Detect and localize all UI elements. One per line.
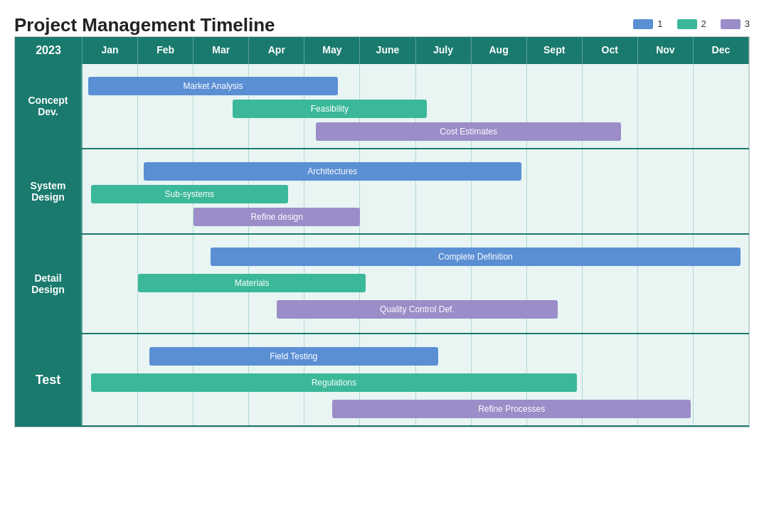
grid-cell: [694, 334, 749, 425]
row-label: Test: [15, 334, 83, 425]
grid-cell: [193, 149, 249, 233]
month-header: Dec: [694, 37, 749, 64]
grid-cell: [472, 64, 527, 148]
grid-cell: [249, 334, 304, 425]
grid-cell: [83, 64, 138, 148]
month-header: Feb: [138, 37, 193, 64]
grid-cell: [360, 149, 415, 233]
grid-cell: [416, 64, 472, 148]
grid-cell: [638, 64, 694, 148]
month-header: Mar: [193, 37, 249, 64]
page-title: Project Management Timeline: [14, 14, 275, 36]
legend-color: [721, 19, 741, 29]
grid-cell: [360, 334, 415, 425]
gantt-body: Concept Dev.Market AnalysisFeasibilityCo…: [15, 64, 749, 427]
grid-cell: [138, 149, 193, 233]
grid-cell: [138, 235, 193, 333]
grid-cell: [527, 334, 583, 425]
gantt-row: TestField TestingRegulationsRefine Proce…: [15, 334, 749, 427]
legend-color: [633, 19, 653, 29]
gantt-row: Concept Dev.Market AnalysisFeasibilityCo…: [15, 64, 749, 149]
legend-label: 3: [745, 18, 750, 29]
row-label: System Design: [15, 149, 83, 233]
grid-cell: [138, 334, 193, 425]
grid-cell: [416, 334, 472, 425]
month-header: Aug: [472, 37, 527, 64]
grid-cell: [527, 235, 583, 333]
grid-cell: [583, 334, 638, 425]
grid-cell: [638, 334, 694, 425]
grid-cell: [638, 149, 694, 233]
grid-cell: [694, 64, 749, 148]
grid-cell: [360, 64, 415, 148]
grid-cell: [83, 235, 138, 333]
grid-cell: [472, 235, 527, 333]
grid-cell: [83, 149, 138, 233]
grid-cell: [416, 235, 472, 333]
month-header: Apr: [249, 37, 304, 64]
grid-cell: [249, 149, 304, 233]
gantt-header: 2023 JanFebMarAprMayJuneJulyAugSeptOctNo…: [15, 37, 749, 64]
grid-cell: [304, 235, 360, 333]
legend-item: 3: [721, 18, 750, 29]
grid-cell: [694, 149, 749, 233]
legend: 123: [633, 18, 750, 29]
grid-cell: [694, 235, 749, 333]
legend-item: 1: [633, 18, 662, 29]
grid-cell: [472, 334, 527, 425]
row-label: Detail Design: [15, 235, 83, 333]
grid-cell: [583, 149, 638, 233]
grid-cell: [138, 64, 193, 148]
grid-cell: [472, 149, 527, 233]
legend-item: 2: [677, 18, 706, 29]
legend-color: [677, 19, 697, 29]
gantt-row: Detail DesignComplete DefinitionMaterial…: [15, 235, 749, 334]
month-header: Nov: [638, 37, 694, 64]
gantt-chart: 2023 JanFebMarAprMayJuneJulyAugSeptOctNo…: [14, 36, 750, 427]
grid-cell: [527, 149, 583, 233]
grid-cell: [304, 334, 360, 425]
month-header: Sept: [527, 37, 583, 64]
month-header: June: [360, 37, 415, 64]
page-header: Project Management Timeline 123: [14, 14, 750, 36]
grid-cell: [583, 64, 638, 148]
grid-cell: [193, 64, 249, 148]
year-cell: 2023: [15, 37, 83, 64]
grid-cell: [304, 64, 360, 148]
grid-cell: [249, 64, 304, 148]
grid-cell: [638, 235, 694, 333]
grid-cell: [583, 235, 638, 333]
grid-cell: [249, 235, 304, 333]
grid-cell: [193, 235, 249, 333]
month-header: May: [304, 37, 360, 64]
grid-cell: [416, 149, 472, 233]
legend-label: 1: [657, 18, 662, 29]
month-header: Oct: [583, 37, 638, 64]
legend-label: 2: [701, 18, 706, 29]
month-header: July: [416, 37, 472, 64]
month-header: Jan: [83, 37, 138, 64]
grid-cell: [193, 334, 249, 425]
row-label: Concept Dev.: [15, 64, 83, 148]
grid-cell: [304, 149, 360, 233]
grid-cell: [360, 235, 415, 333]
grid-cell: [527, 64, 583, 148]
gantt-row: System DesignArchitecturesSub-systemsRef…: [15, 149, 749, 235]
grid-cell: [83, 334, 138, 425]
